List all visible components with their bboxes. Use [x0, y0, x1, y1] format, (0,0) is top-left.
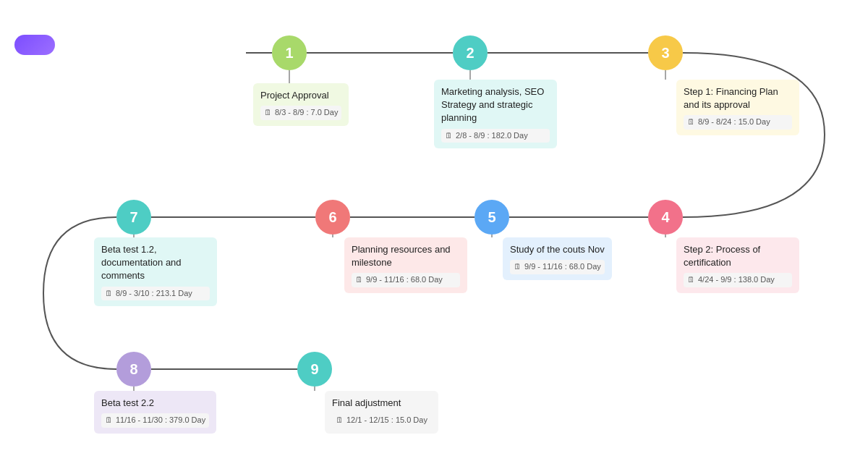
node-circle-2: 2: [453, 35, 488, 70]
task-date-9: 🗓12/1 - 12/15 : 15.0 Day: [332, 413, 431, 427]
calendar-icon-4: 🗓: [687, 274, 695, 285]
task-card-4: Step 2: Process of certification🗓4/24 - …: [676, 237, 799, 293]
node-circle-6: 6: [315, 200, 350, 235]
node-circle-4: 4: [648, 200, 683, 235]
task-title-8: Beta test 2.2: [101, 397, 209, 410]
task-card-9: Final adjustment🗓12/1 - 12/15 : 15.0 Day: [325, 391, 438, 434]
calendar-icon-2: 🗓: [445, 130, 453, 141]
task-card-6: Planning resources and milestone🗓9/9 - 1…: [344, 237, 467, 293]
calendar-icon-1: 🗓: [264, 107, 272, 118]
task-title-2: Marketing analysis, SEO Strategy and str…: [441, 85, 550, 125]
task-date-3: 🗓8/9 - 8/24 : 15.0 Day: [684, 115, 792, 129]
calendar-icon-6: 🗓: [355, 274, 363, 285]
calendar-icon-8: 🗓: [105, 415, 113, 426]
calendar-icon-7: 🗓: [105, 288, 113, 299]
node-circle-8: 8: [116, 352, 151, 387]
calendar-icon-5: 🗓: [514, 261, 522, 272]
task-title-3: Step 1: Financing Plan and its approval: [684, 85, 792, 111]
date-text-2: 2/8 - 8/9 : 182.0 Day: [456, 130, 528, 141]
calendar-icon-3: 🗓: [687, 117, 695, 127]
task-card-3: Step 1: Financing Plan and its approval🗓…: [676, 80, 799, 135]
task-date-4: 🗓4/24 - 9/9 : 138.0 Day: [684, 273, 792, 287]
task-date-2: 🗓2/8 - 8/9 : 182.0 Day: [441, 129, 550, 143]
date-text-1: 8/3 - 8/9 : 7.0 Day: [275, 107, 338, 118]
task-date-1: 🗓8/3 - 8/9 : 7.0 Day: [260, 106, 341, 119]
date-text-8: 11/16 - 11/30 : 379.0 Day: [116, 415, 205, 426]
task-card-8: Beta test 2.2🗓11/16 - 11/30 : 379.0 Day: [94, 391, 216, 434]
task-title-9: Final adjustment: [332, 397, 431, 410]
task-date-8: 🗓11/16 - 11/30 : 379.0 Day: [101, 413, 209, 427]
task-title-4: Step 2: Process of certification: [684, 243, 792, 269]
node-circle-9: 9: [297, 352, 332, 387]
date-text-3: 8/9 - 8/24 : 15.0 Day: [698, 117, 770, 127]
node-circle-3: 3: [648, 35, 683, 70]
task-title-1: Project Approval: [260, 89, 341, 102]
task-card-1: Project Approval🗓8/3 - 8/9 : 7.0 Day: [253, 83, 349, 126]
canvas: 1Project Approval🗓8/3 - 8/9 : 7.0 Day2Ma…: [0, 0, 868, 456]
task-card-7: Beta test 1.2, documentation and comment…: [94, 237, 217, 306]
node-circle-5: 5: [475, 200, 509, 235]
calendar-icon-9: 🗓: [336, 415, 344, 426]
date-text-7: 8/9 - 3/10 : 213.1 Day: [116, 288, 192, 299]
date-text-4: 4/24 - 9/9 : 138.0 Day: [698, 274, 775, 285]
task-title-6: Planning resources and milestone: [352, 243, 460, 269]
task-date-6: 🗓9/9 - 11/16 : 68.0 Day: [352, 273, 460, 287]
task-card-5: Study of the couts Nov🗓9/9 - 11/16 : 68.…: [503, 237, 612, 280]
task-card-2: Marketing analysis, SEO Strategy and str…: [434, 80, 557, 148]
task-title-7: Beta test 1.2, documentation and comment…: [101, 243, 210, 283]
title-badge: [14, 35, 55, 55]
node-circle-1: 1: [272, 35, 307, 70]
task-title-5: Study of the couts Nov: [510, 243, 605, 256]
date-text-5: 9/9 - 11/16 : 68.0 Day: [524, 261, 601, 272]
task-date-7: 🗓8/9 - 3/10 : 213.1 Day: [101, 287, 210, 300]
node-circle-7: 7: [116, 200, 151, 235]
task-date-5: 🗓9/9 - 11/16 : 68.0 Day: [510, 260, 605, 274]
date-text-6: 9/9 - 11/16 : 68.0 Day: [366, 274, 443, 285]
date-text-9: 12/1 - 12/15 : 15.0 Day: [346, 415, 427, 426]
